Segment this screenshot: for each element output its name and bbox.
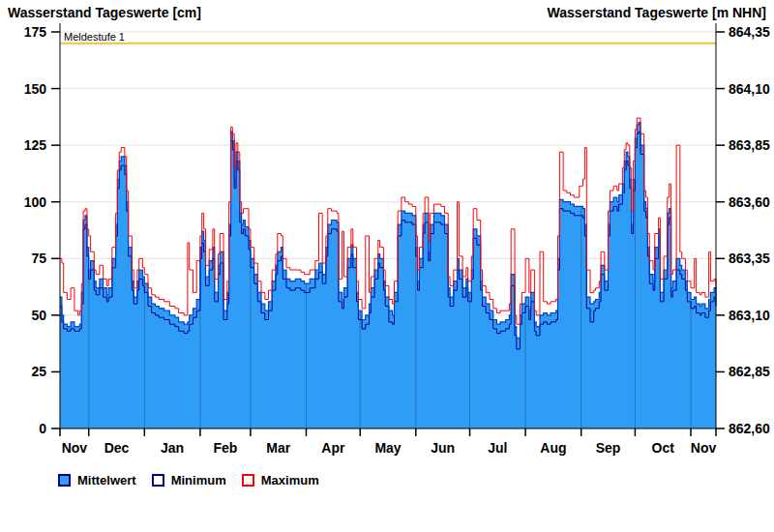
x-axis-month-label: Jan (161, 440, 184, 456)
y-axis-right-tick-label: 862,60 (729, 421, 770, 436)
y-axis-right-tick-label: 864,10 (729, 81, 770, 97)
y-axis-right-tick-label: 863,35 (729, 251, 770, 266)
y-axis-left-tick-label: 50 (31, 308, 46, 323)
mittelwert-area (60, 123, 716, 429)
legend-label: Mittelwert (77, 473, 136, 488)
y-axis-left-tick-label: 0 (39, 421, 46, 436)
legend-item-minimum: Minimum (152, 473, 226, 488)
x-axis-month-label: Nov (62, 440, 88, 456)
y-axis-left-tick-label: 25 (31, 364, 46, 379)
y-axis-left-tick-label: 175 (24, 24, 47, 40)
y-axis-right-tick-label: 863,60 (729, 194, 770, 210)
legend-label: Minimum (171, 473, 226, 488)
legend-label: Maximum (261, 473, 319, 488)
x-axis-month-label: Aug (540, 440, 566, 456)
y-axis-left-tick-label: 150 (24, 81, 47, 97)
legend-item-mittelwert: Mittelwert (58, 473, 136, 488)
legend: Mittelwert Minimum Maximum (58, 473, 319, 488)
legend-item-maximum: Maximum (242, 473, 319, 488)
minimum-swatch-icon (152, 474, 164, 487)
y-axis-left-tick-label: 100 (24, 194, 47, 210)
x-axis-month-label: Mar (266, 440, 290, 456)
y-axis-right-tick-label: 863,85 (729, 137, 770, 153)
y-axis-left-tick-label: 75 (31, 251, 46, 266)
x-axis-month-label: Feb (213, 440, 237, 456)
x-axis-month-label: Apr (321, 440, 345, 456)
maximum-swatch-icon (242, 474, 254, 487)
y-axis-left-tick-label: 125 (24, 137, 47, 153)
y-axis-right-tick-label: 864,35 (729, 24, 770, 40)
y-axis-right-tick-label: 863,10 (729, 308, 770, 323)
x-axis-month-label: Sep (596, 440, 621, 456)
water-level-chart: Meldestufe 10255075100125150175862,60862… (0, 0, 774, 532)
mittelwert-swatch-icon (58, 474, 71, 487)
threshold-label: Meldestufe 1 (64, 31, 125, 43)
x-axis-month-label: Nov (691, 440, 717, 456)
x-axis-month-label: Jul (488, 440, 507, 456)
x-axis-month-label: Dec (104, 440, 130, 456)
y-axis-right-tick-label: 862,85 (729, 364, 770, 379)
x-axis-month-label: Jun (431, 440, 455, 456)
x-axis-month-label: Oct (652, 440, 675, 456)
x-axis-month-label: May (374, 440, 401, 456)
